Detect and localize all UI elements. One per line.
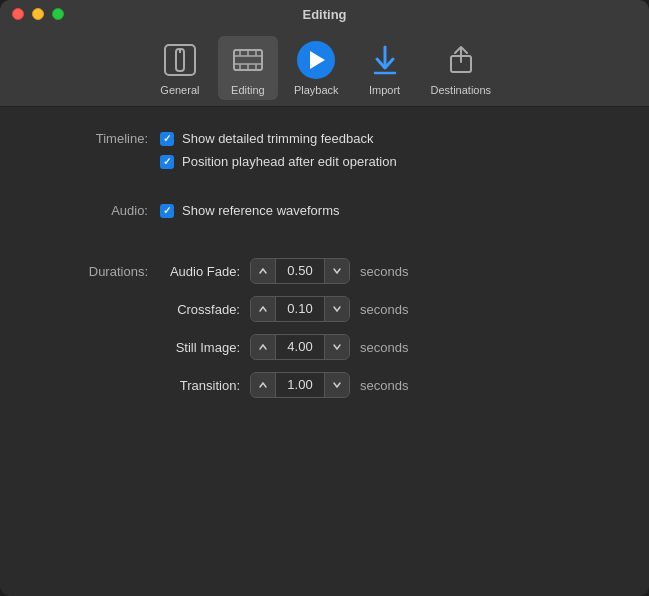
crossfade-value: 0.10 — [275, 296, 325, 322]
playhead-checkbox-label: Position playhead after edit operation — [182, 154, 397, 169]
audio-section: Audio: ✓ Show reference waveforms — [40, 203, 609, 226]
editing-label: Editing — [231, 84, 265, 96]
editing-icon — [228, 40, 268, 80]
import-label: Import — [369, 84, 400, 96]
still-image-unit: seconds — [360, 340, 408, 355]
general-label: General — [160, 84, 199, 96]
audio-fade-unit: seconds — [360, 264, 408, 279]
destinations-label: Destinations — [431, 84, 492, 96]
audio-fade-row: Durations: Audio Fade: 0.50 seconds — [40, 252, 609, 290]
trim-checkbox-container[interactable]: ✓ Show detailed trimming feedback — [160, 131, 374, 146]
timeline-section: Timeline: ✓ Show detailed trimming feedb… — [40, 131, 609, 177]
timeline-row: Timeline: ✓ Show detailed trimming feedb… — [40, 131, 609, 146]
audio-fade-stepper: 0.50 — [250, 258, 350, 284]
still-image-increment[interactable] — [325, 334, 349, 360]
crossfade-decrement[interactable] — [251, 296, 275, 322]
audio-fade-value: 0.50 — [275, 258, 325, 284]
crossfade-stepper: 0.10 — [250, 296, 350, 322]
durations-section: Durations: Audio Fade: 0.50 seconds Cros… — [40, 252, 609, 404]
crossfade-label: Crossfade: — [160, 302, 250, 317]
timeline-label: Timeline: — [40, 131, 160, 146]
still-image-stepper: 4.00 — [250, 334, 350, 360]
audio-label: Audio: — [40, 203, 160, 218]
import-icon — [365, 40, 405, 80]
still-image-row: Still Image: 4.00 seconds — [40, 328, 609, 366]
transition-stepper: 1.00 — [250, 372, 350, 398]
transition-row: Transition: 1.00 seconds — [40, 366, 609, 404]
toolbar: General Editing — [0, 28, 649, 107]
window: Editing General — [0, 0, 649, 596]
fullscreen-button[interactable] — [52, 8, 64, 20]
transition-label: Transition: — [160, 378, 250, 393]
toolbar-item-playback[interactable]: Playback — [286, 36, 347, 100]
general-icon — [160, 40, 200, 80]
waveform-checkbox-container[interactable]: ✓ Show reference waveforms — [160, 203, 340, 218]
transition-unit: seconds — [360, 378, 408, 393]
crossfade-increment[interactable] — [325, 296, 349, 322]
playback-label: Playback — [294, 84, 339, 96]
still-image-label: Still Image: — [160, 340, 250, 355]
trim-checkbox-label: Show detailed trimming feedback — [182, 131, 374, 146]
still-image-value: 4.00 — [275, 334, 325, 360]
destinations-icon — [441, 40, 481, 80]
window-title: Editing — [302, 7, 346, 22]
toolbar-item-general[interactable]: General — [150, 36, 210, 100]
still-image-decrement[interactable] — [251, 334, 275, 360]
trim-checkbox[interactable]: ✓ — [160, 132, 174, 146]
crossfade-row: Crossfade: 0.10 seconds — [40, 290, 609, 328]
waveform-checkmark: ✓ — [163, 206, 171, 216]
transition-increment[interactable] — [325, 372, 349, 398]
waveform-checkbox[interactable]: ✓ — [160, 204, 174, 218]
title-bar: Editing — [0, 0, 649, 28]
playhead-row: ✓ Position playhead after edit operation — [40, 154, 609, 169]
trim-checkmark: ✓ — [163, 134, 171, 144]
window-controls — [12, 8, 64, 20]
crossfade-unit: seconds — [360, 302, 408, 317]
playback-icon — [296, 40, 336, 80]
toolbar-item-destinations[interactable]: Destinations — [423, 36, 500, 100]
close-button[interactable] — [12, 8, 24, 20]
waveform-checkbox-label: Show reference waveforms — [182, 203, 340, 218]
playhead-checkbox[interactable]: ✓ — [160, 155, 174, 169]
playhead-checkmark: ✓ — [163, 157, 171, 167]
toolbar-item-import[interactable]: Import — [355, 36, 415, 100]
main-content: Timeline: ✓ Show detailed trimming feedb… — [0, 107, 649, 596]
audio-fade-label: Audio Fade: — [160, 264, 250, 279]
audio-fade-decrement[interactable] — [251, 258, 275, 284]
audio-row: Audio: ✓ Show reference waveforms — [40, 203, 609, 218]
transition-decrement[interactable] — [251, 372, 275, 398]
minimize-button[interactable] — [32, 8, 44, 20]
toolbar-item-editing[interactable]: Editing — [218, 36, 278, 100]
playhead-checkbox-container[interactable]: ✓ Position playhead after edit operation — [160, 154, 397, 169]
transition-value: 1.00 — [275, 372, 325, 398]
durations-label: Durations: — [40, 264, 160, 279]
audio-fade-increment[interactable] — [325, 258, 349, 284]
